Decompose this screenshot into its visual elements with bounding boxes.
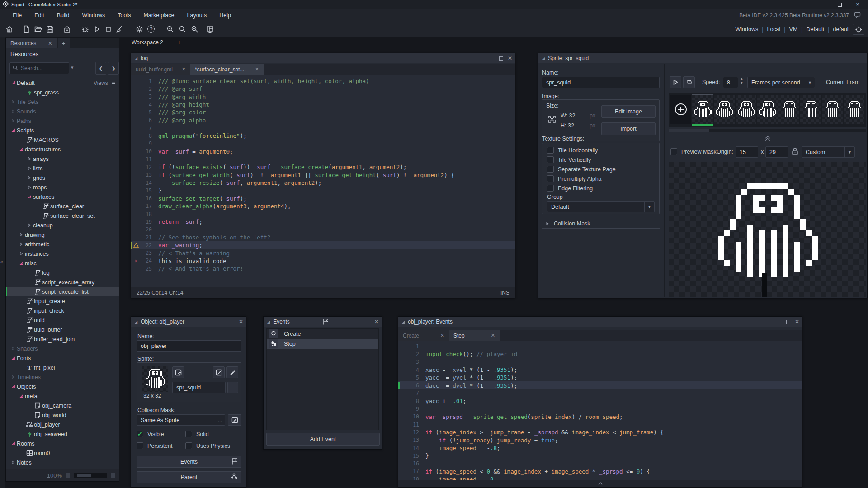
checkbox[interactable] [185, 431, 192, 437]
menu-help[interactable]: Help [213, 9, 237, 22]
code-line-4[interactable]: 4/// @arg height [131, 101, 515, 108]
code-line-15[interactable]: 15} [131, 187, 515, 194]
expander-closed-icon[interactable] [26, 176, 33, 180]
search-input[interactable]: Search... [9, 62, 69, 74]
frame-thumbnail-3[interactable] [736, 95, 756, 124]
collision-mask-section[interactable]: Collision Mask [542, 219, 660, 229]
checkbox[interactable] [547, 147, 554, 154]
code-line-7[interactable]: 7 [398, 389, 802, 397]
open-image-editor-button[interactable] [226, 366, 238, 378]
code-line-10[interactable]: 10var _surf = argument0; [131, 148, 515, 155]
help-button[interactable]: ? [146, 23, 156, 34]
code-line-5[interactable]: 5/// @arg color [131, 108, 515, 116]
tree-item-default[interactable]: DefaultViews≡ [6, 78, 119, 88]
code-line-1[interactable]: 1 [398, 343, 802, 350]
code-line-25[interactable]: 25// < And that's an error! [131, 265, 515, 272]
code-line-16[interactable]: 16surface_set_target(_surf); [131, 194, 515, 202]
tree-item-uuid[interactable]: uuid [6, 315, 119, 325]
edit-sprite-button[interactable] [213, 366, 225, 378]
expander-closed-icon[interactable] [9, 347, 17, 351]
close-panel-icon[interactable]: ✕ [508, 55, 512, 61]
add-resources-tab-button[interactable]: + [58, 38, 70, 48]
code-line-6[interactable]: 6/// @arg alpha [131, 116, 515, 124]
tree-item-surface-clear[interactable]: surface_clear [6, 202, 119, 211]
preview-splitter[interactable] [669, 136, 866, 142]
expander-open-icon[interactable] [9, 441, 17, 446]
code-line-18[interactable]: 18 [131, 210, 515, 218]
code-line-14[interactable]: 14 image_speed = -.8; [398, 444, 802, 452]
expander-closed-icon[interactable] [18, 233, 25, 237]
code-line-13[interactable]: 13if (surface_get_width(_surf) != argume… [131, 171, 515, 179]
tree-item-sounds[interactable]: Sounds [6, 107, 119, 116]
tree-item-arithmetic[interactable]: arithmetic [6, 239, 119, 249]
tab-uuid-buffer[interactable]: uuid_buffer.gml✕ [131, 64, 190, 75]
expander-open-icon[interactable] [9, 81, 17, 85]
code-line-21[interactable]: 21// See those symbols on the left? [131, 234, 515, 241]
play-button[interactable] [91, 23, 102, 34]
env-default[interactable]: Default [807, 26, 825, 33]
nav-back-button[interactable]: ❮ [95, 62, 106, 75]
code-line-17[interactable]: 17draw_clear_alpha(argument3, argument4)… [131, 202, 515, 210]
preview-mask-checkbox[interactable] [670, 148, 677, 155]
expander-closed-icon[interactable] [9, 119, 17, 123]
expander-closed-icon[interactable] [18, 252, 25, 256]
origin-x-input[interactable]: 15 [736, 146, 758, 158]
code-line-8[interactable]: 8gml_pragma("forceinline"); [131, 132, 515, 140]
tree-item-fnt-pixel[interactable]: Tfnt_pixel [6, 363, 119, 372]
resize-icon[interactable] [548, 115, 556, 125]
texture-option-separate-texture-page[interactable]: Separate Texture Page [547, 166, 616, 173]
code-line-4[interactable]: 4xacc -= xvel * (1 - .9351); [398, 366, 802, 374]
tree-item-script-execute-list[interactable]: script_execute_list [6, 287, 119, 296]
code-line-10[interactable]: 10var _sprspd = sprite_get_speed(sprite_… [398, 413, 802, 421]
zoom-slider-left-cap[interactable] [66, 473, 70, 478]
expander-closed-icon[interactable] [9, 460, 17, 465]
expander-closed-icon[interactable] [9, 375, 17, 379]
code-editor[interactable]: 12input_check(); // player_id34xacc -= x… [398, 341, 802, 480]
code-line-15[interactable]: 15} [398, 452, 802, 460]
texture-option-premultiply-alpha[interactable]: Premultiply Alpha [547, 175, 602, 182]
object-option-visible[interactable]: ✓Visible [137, 431, 164, 437]
checkbox[interactable] [185, 442, 192, 449]
code-line-8[interactable]: 8yacc += .01; [398, 397, 802, 405]
workspace-tab[interactable]: Workspace 2 [126, 38, 175, 48]
code-line-11[interactable]: 11 [131, 155, 515, 163]
code-line-3[interactable]: 3/// @arg width [131, 93, 515, 101]
tree-item-input-create[interactable]: input_create [6, 296, 119, 306]
target-environment-row[interactable]: Windows|Local|VM|Default|default [736, 22, 850, 37]
tree-item-surface-clear-set[interactable]: surface_clear_set [6, 211, 119, 221]
expander-open-icon[interactable] [9, 356, 17, 360]
tree-item-datastructures[interactable]: datastructures [6, 145, 119, 154]
tree-item-spr-grass[interactable]: spr_grass [6, 88, 119, 97]
expander-closed-icon[interactable] [9, 100, 17, 104]
code-line-13[interactable]: 13 if (!jump_ready) jump_ready = true; [398, 436, 802, 444]
code-line-2[interactable]: 2/// @arg surf [131, 85, 515, 93]
search-options-icon[interactable]: ▾ [71, 65, 74, 70]
speed-stepper[interactable]: ▲▼ [740, 77, 743, 84]
expander-open-icon[interactable] [18, 147, 25, 151]
event-item-create[interactable]: Create [267, 329, 378, 339]
tree-item-macros[interactable]: MACROS [6, 135, 119, 145]
tree-item-tile-sets[interactable]: Tile Sets [6, 97, 119, 107]
expander-closed-icon[interactable] [26, 185, 33, 189]
import-button[interactable]: Import [601, 122, 656, 135]
checkbox[interactable] [137, 442, 143, 449]
code-line-6[interactable]: 6dacc -= dvel * (1 - .9351); [398, 381, 802, 389]
env-vm[interactable]: VM [789, 26, 798, 33]
close-icon[interactable]: ✕ [491, 333, 495, 338]
loop-mode-button[interactable] [683, 76, 695, 88]
tree-item-rooms[interactable]: Rooms [6, 439, 119, 448]
tree-item-grids[interactable]: grids [6, 173, 119, 183]
code-line-1[interactable]: 1/// @func surface_clear_set(surf, width… [131, 77, 515, 85]
tree-item-obj-world[interactable]: obj_world [6, 410, 119, 420]
tree-item-input-check[interactable]: input_check [6, 306, 119, 315]
menu-file[interactable]: File [6, 9, 28, 22]
expander-closed-icon[interactable] [26, 223, 33, 227]
tree-item-obj-camera[interactable]: obj_camera [6, 401, 119, 410]
add-frame-button[interactable] [670, 95, 691, 124]
zoom-in-button[interactable] [189, 23, 200, 34]
code-line-9[interactable]: 9 [131, 140, 515, 147]
code-line-18[interactable]: 18 image_speed = .8; [398, 475, 802, 480]
tree-item-obj-seaweed[interactable]: obj_seaweed [6, 429, 119, 439]
frame-thumbnail-6[interactable] [800, 95, 821, 124]
checkbox[interactable] [547, 185, 554, 192]
